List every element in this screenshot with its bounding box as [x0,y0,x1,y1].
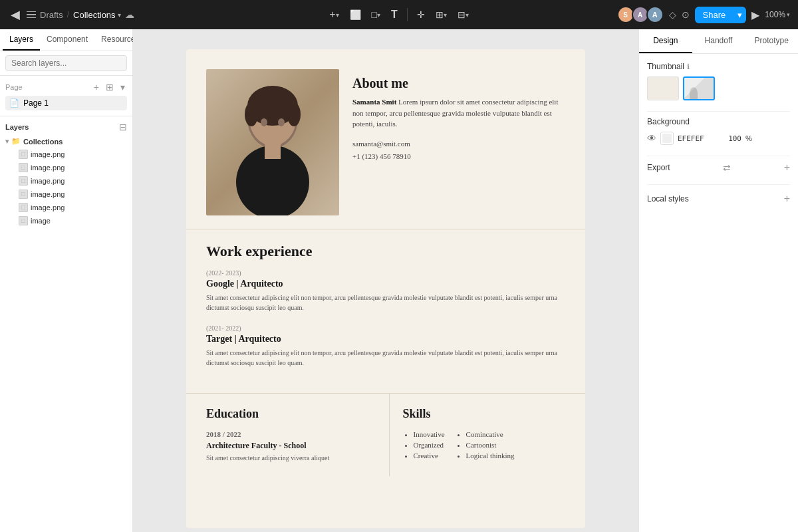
frame-tool-button[interactable]: ⬜ [347,7,364,23]
page-header: Page + ⊞ ▾ [5,81,127,93]
tab-prototype[interactable]: Prototype [745,29,798,53]
divider-2 [647,156,790,156]
bg-opacity-input[interactable] [722,134,741,143]
edu-desc: Sit amet consectetur adipiscing viverra … [206,454,376,463]
resume-name: Samanta Smit [352,98,396,106]
skills-section: Skills Innovative Organized Creative [390,394,586,476]
layer-image-icon-4: ⬚ [19,190,28,199]
right-panel-content: Thumbnail ℹ Background 👁 [639,54,798,532]
panel-tabs: Layers Component Resource [0,29,132,51]
skills-col-2: Comincative Cartoonist Logical thinking [456,430,515,462]
export-settings-icon[interactable]: ⇄ [723,162,731,173]
work-desc-1: Sit amet consectetur adipiscing elit non… [206,293,565,313]
education-title: Education [206,407,376,421]
skill-4: Comincative [466,430,515,438]
page-section: Page + ⊞ ▾ 📄 Page 1 [0,76,132,116]
thumbnail-preview [647,76,790,100]
bg-percent: % [745,134,752,142]
plugin-icon[interactable]: ◇ [669,9,676,20]
zoom-level[interactable]: 100% ▾ [765,10,790,19]
thumbnail-section: Thumbnail ℹ [647,62,790,100]
search-icon[interactable]: ⊙ [682,9,690,20]
shape-tool-button[interactable]: □ ▾ [369,7,383,23]
color-swatch-inner [662,134,672,143]
top-bar-right: S A A ◇ ⊙ Share ▾ ▶ 100% ▾ [533,6,790,23]
search-box [0,51,132,76]
export-row: Export ⇄ + [647,162,790,174]
back-button[interactable]: ◀ [8,5,23,25]
background-title: Background [647,117,690,126]
education-section: Education 2018 / 2022 Architecture Facul… [186,394,390,476]
layers-section: Layers ⊟ ▾ 📁 Collections ⬚ image.png ⬚ i… [0,116,132,532]
resume-photo [206,69,339,215]
resume-bottom: Education 2018 / 2022 Architecture Facul… [186,393,585,476]
layer-image-icon-6: ⬚ [19,216,28,225]
svg-point-3 [245,102,258,126]
page-icon: 📄 [9,98,19,108]
toolbar-separator [407,8,408,21]
add-page-button[interactable]: + [92,81,101,93]
page-expand-button[interactable]: ▾ [118,81,127,93]
add-button[interactable]: + ▾ [327,6,341,23]
right-panel-tabs: Design Handoff Prototype [639,29,798,54]
work-year-1: (2022- 2023) [206,269,565,277]
share-wrap: Share ▾ [695,7,747,23]
canvas-content: Hello, [133,29,638,532]
thumb-2[interactable] [683,76,715,100]
layer-image-icon-1: ⬚ [19,150,28,159]
top-bar-left: ◀ Drafts / Collections ▾ ☁ [8,5,265,25]
svg-rect-6 [265,142,281,159]
local-styles-label: Local styles [647,194,689,203]
layers-collapse-button[interactable]: ⊟ [119,122,127,132]
grid-tool-button[interactable]: ⊟ ▾ [455,7,471,23]
skill-6: Logical thinking [466,452,515,460]
share-button[interactable]: Share [695,7,734,23]
color-swatch[interactable] [660,132,674,145]
page-1-item[interactable]: 📄 Page 1 [5,96,127,110]
work-entry-1: (2022- 2023) Google | Arquitecto Sit ame… [206,269,565,313]
folder-icon: 📁 [11,137,21,146]
search-layers-input[interactable] [5,55,127,71]
collections-group[interactable]: ▾ 📁 Collections [0,135,132,148]
layer-item-4[interactable]: ⬚ image.png [0,188,132,201]
page-label: Page [5,83,23,91]
tab-design[interactable]: Design [639,29,692,53]
layer-item-1[interactable]: ⬚ image.png [0,148,132,161]
right-panel: Design Handoff Prototype Thumbnail ℹ [638,29,798,532]
resume-photo-container: Hello, [206,69,339,215]
canvas-area[interactable]: Hello, [133,29,638,532]
divider-3 [647,184,790,185]
layer-item-3[interactable]: ⬚ image.png [0,174,132,188]
local-styles-add-button[interactable]: + [784,193,790,205]
eye-icon[interactable]: 👁 [647,133,656,144]
export-section: Export ⇄ + [647,162,790,174]
layer-image-icon-5: ⬚ [19,203,28,212]
text-tool-button[interactable]: T [388,6,400,23]
bg-hex-input[interactable] [678,134,718,143]
thumb-1[interactable] [647,76,679,100]
breadcrumb-separator: / [67,10,69,19]
tab-layers[interactable]: Layers [3,29,40,51]
work-entry-2: (2021- 2022) Target | Arquitecto Sit ame… [206,325,565,368]
skill-3: Creative [414,452,445,460]
page-actions: + ⊞ ▾ [92,81,127,93]
background-header: Background [647,117,790,126]
layer-item-6[interactable]: ⬚ image [0,214,132,227]
play-button[interactable]: ▶ [751,9,759,21]
svg-point-7 [261,118,267,126]
layout-tool-button[interactable]: ⊞ ▾ [433,7,450,23]
export-add-button[interactable]: + [784,162,790,174]
breadcrumb-current[interactable]: Collections ▾ [73,10,121,20]
tab-handoff[interactable]: Handoff [692,29,745,53]
layer-item-5[interactable]: ⬚ image.png [0,201,132,214]
share-dropdown-button[interactable]: ▾ [733,7,746,23]
export-label: Export [647,163,670,172]
layer-item-2[interactable]: ⬚ image.png [0,161,132,174]
tab-component[interactable]: Component [40,29,94,51]
skill-1: Innovative [414,430,445,438]
menu-button[interactable] [27,11,36,19]
thumbnail-info-icon[interactable]: ℹ [687,63,690,71]
move-tool-button[interactable]: ✛ [414,7,428,23]
layer-image-icon-3: ⬚ [19,176,28,186]
page-folder-button[interactable]: ⊞ [104,81,116,93]
